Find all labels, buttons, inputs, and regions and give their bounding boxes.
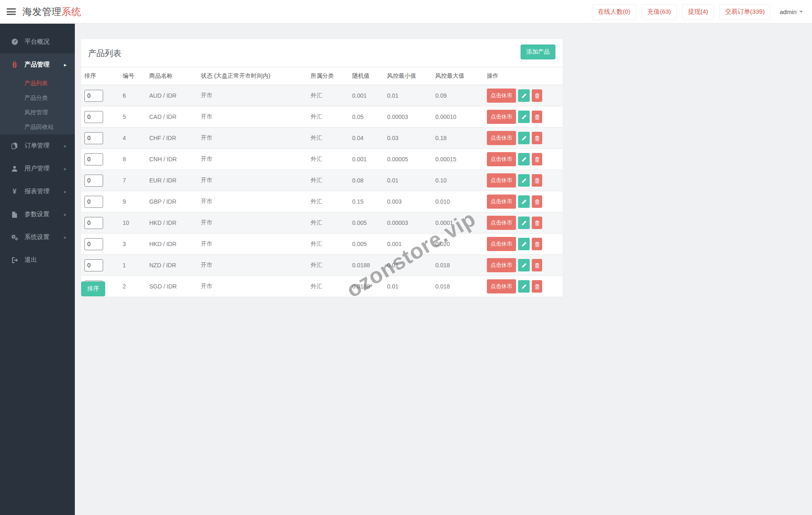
- delete-button[interactable]: [532, 132, 542, 144]
- sidebar-subitem-risk-management[interactable]: 风控管理: [0, 105, 75, 120]
- risk-min-cell: 0.01: [384, 85, 432, 106]
- user-icon: [10, 165, 19, 172]
- status-cell: 开市: [197, 276, 307, 297]
- sidebar-item-parameters[interactable]: 参数设置 ▸: [0, 203, 75, 226]
- risk-max-cell: 0.020: [432, 234, 484, 255]
- yen-icon: ¥: [10, 187, 19, 196]
- toggle-market-button[interactable]: 点击休市: [487, 216, 516, 230]
- sidebar-item-system[interactable]: 系统设置 ▸: [0, 226, 75, 249]
- sidebar-subitem-product-recycle[interactable]: 产品回收站: [0, 120, 75, 134]
- delete-button[interactable]: [532, 217, 542, 229]
- row-sort-input[interactable]: [84, 175, 103, 187]
- random-cell: 0.08: [349, 170, 384, 191]
- row-sort-input[interactable]: [84, 217, 103, 229]
- navbar-right: 在线人数(0) 充值(63) 提现(4) 交易订单(339) admin: [592, 4, 803, 20]
- sidebar-item-overview[interactable]: 平台概况: [0, 30, 75, 53]
- row-sort-input[interactable]: [84, 259, 103, 271]
- edit-button[interactable]: [518, 217, 530, 229]
- delete-button[interactable]: [532, 89, 542, 102]
- delete-button[interactable]: [532, 111, 542, 123]
- sidebar-item-users[interactable]: 用户管理 ▸: [0, 157, 75, 180]
- random-cell: 0.001: [349, 85, 384, 106]
- sidebar-item-label: 参数设置: [25, 210, 49, 218]
- table-row: 2 SGD / IDR 开市 外汇 0.0188 0.01 0.018 点击休市: [81, 276, 563, 297]
- delete-button[interactable]: [532, 174, 542, 187]
- toggle-market-button[interactable]: 点击休市: [487, 258, 516, 272]
- toggle-market-button[interactable]: 点击休市: [487, 195, 516, 209]
- row-sort-input[interactable]: [84, 132, 103, 144]
- user-menu[interactable]: admin: [780, 8, 803, 15]
- edit-button[interactable]: [518, 174, 530, 187]
- table-row: 7 EUR / IDR 开市 外汇 0.08 0.01 0.10 点击休市: [81, 170, 563, 191]
- sidebar-item-orders[interactable]: 订单管理 ▸: [0, 134, 75, 157]
- risk-max-cell: 0.18: [432, 128, 484, 149]
- sidebar-item-products[interactable]: B 产品管理 ▸: [0, 53, 75, 76]
- actions-cell: 点击休市: [487, 279, 559, 293]
- gears-icon: [10, 234, 19, 241]
- row-sort-input[interactable]: [84, 238, 103, 250]
- table-row: 4 CHF / IDR 开市 外汇 0.04 0.03 0.18 点击休市: [81, 128, 563, 149]
- risk-max-cell: 0.018: [432, 276, 484, 297]
- risk-min-cell: 0.01: [384, 170, 432, 191]
- trade-orders-button[interactable]: 交易订单(339): [719, 4, 770, 20]
- toggle-market-button[interactable]: 点击休市: [487, 152, 516, 166]
- edit-button[interactable]: [518, 132, 530, 144]
- hamburger-menu-icon[interactable]: [7, 8, 16, 15]
- sidebar-item-reports[interactable]: ¥ 报表管理 ▸: [0, 180, 75, 203]
- col-header-category: 所属分类: [307, 67, 349, 85]
- bitcoin-icon: B: [10, 61, 19, 68]
- id-cell: 7: [119, 170, 146, 191]
- id-cell: 10: [119, 212, 146, 234]
- edit-button[interactable]: [518, 280, 530, 293]
- name-cell: HKD / IDR: [146, 234, 197, 255]
- id-cell: 4: [119, 128, 146, 149]
- edit-button[interactable]: [518, 89, 530, 102]
- delete-button[interactable]: [532, 153, 542, 165]
- pencil-icon: [521, 284, 527, 289]
- edit-button[interactable]: [518, 111, 530, 123]
- delete-button[interactable]: [532, 280, 542, 293]
- name-cell: CNH / IDR: [146, 149, 197, 170]
- risk-min-cell: 0.00003: [384, 106, 432, 128]
- edit-button[interactable]: [518, 238, 530, 250]
- chevron-right-icon: ▸: [64, 62, 67, 67]
- toggle-market-button[interactable]: 点击休市: [487, 173, 516, 187]
- edit-button[interactable]: [518, 259, 530, 271]
- row-sort-input[interactable]: [84, 90, 103, 102]
- caret-down-icon: [800, 11, 803, 13]
- category-cell: 外汇: [307, 276, 349, 297]
- status-cell: 开市: [197, 191, 307, 212]
- delete-button[interactable]: [532, 238, 542, 250]
- random-cell: 0.15: [349, 191, 384, 212]
- toggle-market-button[interactable]: 点击休市: [487, 237, 516, 251]
- toggle-market-button[interactable]: 点击休市: [487, 279, 516, 293]
- sidebar-subitem-product-category[interactable]: 产品分类: [0, 91, 75, 105]
- delete-button[interactable]: [532, 259, 542, 271]
- withdraw-button[interactable]: 提现(4): [682, 4, 714, 20]
- sidebar-item-logout[interactable]: 退出: [0, 249, 75, 271]
- add-product-button[interactable]: 添加产品: [521, 44, 555, 59]
- row-sort-input[interactable]: [84, 196, 103, 208]
- sidebar-item-label: 订单管理: [25, 142, 49, 150]
- sort-submit-button[interactable]: 排序: [81, 281, 105, 296]
- toggle-market-button[interactable]: 点击休市: [487, 110, 516, 124]
- trash-icon: [535, 157, 540, 162]
- name-cell: EUR / IDR: [146, 170, 197, 191]
- category-cell: 外汇: [307, 149, 349, 170]
- sidebar-subitem-product-list[interactable]: 产品列表: [0, 76, 75, 91]
- delete-button[interactable]: [532, 195, 542, 208]
- name-cell: SGD / IDR: [146, 276, 197, 297]
- edit-button[interactable]: [518, 153, 530, 165]
- recharge-button[interactable]: 充值(63): [642, 4, 677, 20]
- category-cell: 外汇: [307, 255, 349, 276]
- toggle-market-button[interactable]: 点击休市: [487, 131, 516, 145]
- sidebar-item-label: 产品管理: [25, 61, 49, 69]
- category-cell: 外汇: [307, 85, 349, 106]
- toggle-market-button[interactable]: 点击休市: [487, 89, 516, 103]
- status-cell: 开市: [197, 170, 307, 191]
- trash-icon: [535, 241, 540, 247]
- online-count-button[interactable]: 在线人数(0): [592, 4, 636, 20]
- row-sort-input[interactable]: [84, 111, 103, 123]
- edit-button[interactable]: [518, 195, 530, 208]
- row-sort-input[interactable]: [84, 153, 103, 165]
